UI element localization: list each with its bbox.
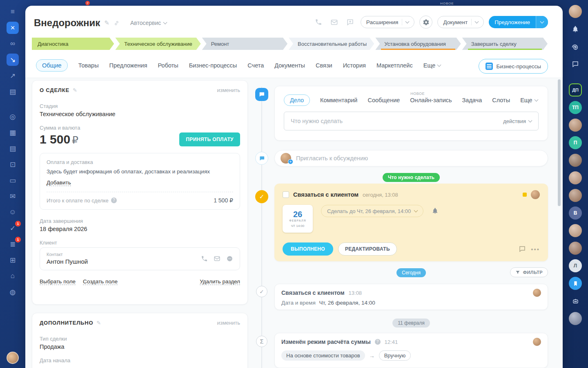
deadline-dropdown[interactable]: Сделать до Чт, 26 февраля, 14:00 bbox=[321, 205, 423, 217]
user-avatar[interactable]: П bbox=[569, 136, 582, 149]
chat-avatar[interactable]: ДП bbox=[569, 83, 582, 96]
more-options-icon[interactable]: ••• bbox=[531, 246, 540, 253]
edit-button[interactable]: РЕДАКТИРОВАТЬ bbox=[338, 242, 397, 256]
mail-icon[interactable] bbox=[329, 18, 340, 26]
feed-icon[interactable]: ≣1 bbox=[7, 238, 19, 250]
link-icon[interactable]: ∞ bbox=[7, 38, 19, 50]
business-processes-button[interactable]: Бизнес-процессы bbox=[479, 59, 548, 74]
stage-maintenance[interactable]: Техническое обслуживание bbox=[115, 38, 200, 50]
robot-icon[interactable] bbox=[569, 294, 582, 307]
client-card[interactable]: Контакт Антон Пушной bbox=[40, 247, 240, 270]
deal-amount[interactable]: 1 500₽ bbox=[40, 132, 78, 146]
close-date-value[interactable]: 18 февраля 2026 bbox=[40, 226, 240, 232]
tab-general[interactable]: Общие bbox=[36, 59, 68, 72]
stage-close-deal[interactable]: Завершить сделку bbox=[462, 38, 548, 50]
stage-field-value[interactable]: Техническое обслуживание bbox=[40, 111, 240, 117]
task-comment-icon[interactable] bbox=[519, 245, 526, 253]
select-field-link[interactable]: Выбрать поле bbox=[40, 278, 76, 285]
tab-marketplace[interactable]: Маркетплейс bbox=[376, 62, 413, 69]
bell-icon[interactable] bbox=[432, 207, 439, 214]
calendar-icon[interactable]: ▦ bbox=[7, 126, 19, 139]
composer-tab-message[interactable]: Сообщение bbox=[368, 97, 400, 103]
tab-documents[interactable]: Документы bbox=[274, 62, 305, 69]
deal-category-dropdown[interactable]: Автосервис bbox=[130, 20, 167, 26]
composer-tab-task[interactable]: Задача bbox=[462, 97, 482, 103]
avatar[interactable] bbox=[531, 190, 540, 199]
composer-tab-slots[interactable]: Слоты bbox=[492, 97, 510, 103]
chat-add-icon[interactable] bbox=[345, 18, 356, 26]
stage-restoration[interactable]: Восстановительные работы bbox=[289, 38, 374, 50]
tasks-icon[interactable]: ✓1 bbox=[7, 222, 19, 234]
contact-name[interactable]: Антон Пушной bbox=[47, 258, 88, 265]
todo-input[interactable] bbox=[291, 118, 498, 124]
close-icon[interactable]: × bbox=[7, 22, 19, 34]
arrow-ne-icon[interactable]: ↗ bbox=[7, 70, 19, 82]
copy-link-icon[interactable] bbox=[114, 20, 120, 26]
menu-icon[interactable]: ≡ bbox=[7, 6, 19, 18]
delete-section-link[interactable]: Удалить раздел bbox=[200, 278, 240, 285]
add-payment-link[interactable]: Добавить bbox=[47, 180, 71, 186]
avatar[interactable] bbox=[533, 289, 541, 297]
people-icon[interactable]: ☺ bbox=[7, 206, 19, 218]
edit-title-icon[interactable]: ✎ bbox=[104, 19, 109, 27]
offer-dropdown[interactable] bbox=[536, 16, 548, 28]
edit-section-icon[interactable]: ✎ bbox=[96, 320, 101, 326]
composer-tab-online-booking[interactable]: НОВОЕ Онлайн-запись bbox=[410, 97, 452, 103]
edit-section-icon[interactable]: ✎ bbox=[73, 87, 78, 93]
user-avatar[interactable] bbox=[569, 5, 582, 18]
tab-history[interactable]: История bbox=[343, 62, 366, 69]
tab-business-processes[interactable]: Бизнес-процессы bbox=[189, 62, 237, 69]
tab-robots[interactable]: Роботы bbox=[158, 62, 178, 69]
comment-invite-box[interactable]: + bbox=[274, 150, 548, 166]
storage-icon[interactable]: ▭ bbox=[7, 174, 19, 186]
help-icon[interactable]: ? bbox=[111, 197, 117, 203]
bookmark-icon[interactable] bbox=[569, 277, 582, 290]
messenger-contact-icon[interactable] bbox=[226, 255, 233, 262]
printer-icon[interactable]: ▤ bbox=[7, 85, 19, 98]
target-icon[interactable]: ◎ bbox=[7, 110, 19, 123]
actions-dropdown[interactable]: действия bbox=[503, 118, 532, 124]
task-checkbox[interactable] bbox=[283, 191, 289, 198]
composer-tab-more[interactable]: Еще bbox=[520, 97, 538, 103]
task-title[interactable]: Связаться с клиентом bbox=[293, 191, 359, 198]
filter-button[interactable]: ФИЛЬТР bbox=[510, 267, 548, 277]
extensions-button[interactable]: Расширения bbox=[361, 16, 415, 28]
tab-more[interactable]: Еще bbox=[423, 62, 441, 69]
tab-quotes[interactable]: Предложения bbox=[109, 62, 147, 69]
user-avatar[interactable] bbox=[569, 189, 582, 202]
deal-type-value[interactable]: Продажа bbox=[40, 343, 240, 350]
current-user-avatar[interactable] bbox=[7, 352, 19, 364]
document-button[interactable]: Документ bbox=[437, 16, 484, 28]
document-icon[interactable]: ▤ bbox=[7, 142, 19, 155]
edit-section-link[interactable]: изменить bbox=[217, 87, 240, 93]
calendar-widget[interactable]: 26 ФЕВРАЛЯ ЧТ 14:00 bbox=[283, 205, 313, 233]
user-avatar[interactable] bbox=[569, 154, 582, 167]
user-avatar[interactable] bbox=[569, 171, 582, 184]
spiral-icon[interactable] bbox=[569, 40, 582, 53]
tab-products[interactable]: Товары bbox=[78, 62, 99, 69]
edit-section-link[interactable]: изменить bbox=[217, 320, 240, 326]
stage-diagnostics[interactable]: Диагностика bbox=[32, 38, 114, 50]
entry-title[interactable]: Связаться с клиентом bbox=[281, 289, 345, 296]
create-field-link[interactable]: Создать поле bbox=[83, 278, 118, 285]
user-avatar[interactable] bbox=[569, 119, 582, 132]
composer-tab-activity[interactable]: Дело bbox=[284, 94, 310, 106]
avatar[interactable] bbox=[533, 338, 541, 346]
user-avatar[interactable]: ТП bbox=[569, 101, 582, 114]
phone-icon[interactable] bbox=[313, 18, 324, 26]
stage-equipment[interactable]: Установка оборудования bbox=[375, 38, 461, 50]
sites-icon[interactable]: ⌂ bbox=[7, 270, 19, 282]
tab-links[interactable]: Связи bbox=[316, 62, 332, 69]
offer-button[interactable]: Предложение bbox=[489, 16, 548, 28]
mail-icon[interactable]: ✉ bbox=[7, 190, 19, 202]
main-scrollbar[interactable] bbox=[558, 79, 561, 206]
crm-icon[interactable]: ◍ bbox=[7, 286, 19, 298]
user-avatar[interactable]: Л bbox=[569, 259, 582, 272]
stage-repair[interactable]: Ремонт bbox=[202, 38, 287, 50]
user-avatar[interactable]: В bbox=[569, 206, 582, 220]
apps-icon[interactable]: ⊞ bbox=[7, 254, 19, 266]
composer-tab-comment[interactable]: Комментарий bbox=[320, 97, 357, 103]
email-contact-icon[interactable] bbox=[214, 255, 220, 262]
done-button[interactable]: ВЫПОЛНЕНО bbox=[283, 242, 333, 256]
arrow-se-icon[interactable]: ↘ bbox=[7, 54, 19, 66]
